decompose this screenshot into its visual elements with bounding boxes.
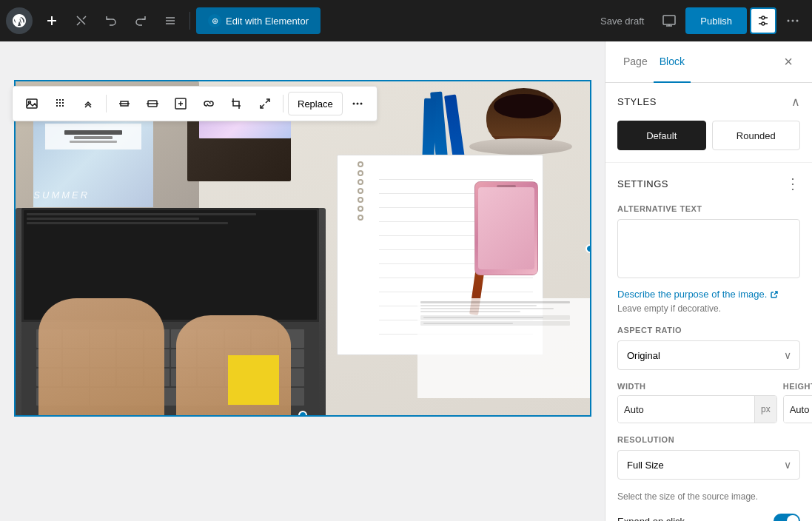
height-input-wrap: px — [783, 395, 812, 423]
svg-point-15 — [792, 20, 794, 22]
svg-point-14 — [788, 20, 790, 22]
image-toolbar: Replace — [12, 86, 378, 121]
svg-rect-22 — [56, 102, 58, 104]
style-rounded-button[interactable]: Rounded — [712, 121, 801, 150]
resolution-label: RESOLUTION — [617, 435, 800, 444]
tab-page[interactable]: Page — [617, 41, 654, 83]
expand-button[interactable] — [252, 90, 278, 117]
more-image-options-button[interactable] — [344, 90, 371, 117]
resize-handle-right[interactable] — [585, 244, 591, 253]
topbar-divider — [189, 12, 190, 30]
link-button[interactable] — [195, 90, 222, 117]
height-input[interactable] — [784, 396, 812, 423]
styles-section: Styles ∧ Default Rounded — [605, 83, 812, 163]
svg-point-13 — [762, 22, 765, 25]
alt-text-input[interactable] — [617, 219, 800, 278]
replace-button[interactable]: Replace — [288, 92, 343, 115]
tools-button[interactable] — [68, 7, 95, 34]
aspect-ratio-select[interactable]: Original Square - 1:1 Standard - 4:3 Por… — [617, 340, 800, 370]
wordpress-logo[interactable] — [6, 7, 33, 34]
height-label: HEIGHT — [783, 382, 812, 391]
svg-point-16 — [796, 20, 799, 22]
width-unit: px — [754, 396, 776, 423]
sidebar: Page Block × Styles ∧ Default Rounded Se… — [605, 41, 812, 521]
expand-row: Expand on click — [617, 514, 800, 521]
toolbar-divider-1 — [106, 95, 107, 112]
toolbar-divider-2 — [283, 95, 283, 112]
svg-point-10 — [762, 16, 765, 19]
svg-rect-27 — [62, 105, 64, 107]
width-input[interactable] — [618, 396, 754, 423]
styles-collapse-button[interactable]: ∧ — [791, 95, 800, 109]
aspect-ratio-wrapper: Original Square - 1:1 Standard - 4:3 Por… — [617, 340, 800, 370]
save-draft-button[interactable]: Save draft — [591, 7, 653, 34]
list-view-button[interactable] — [157, 7, 184, 34]
width-label: WIDTH — [617, 382, 777, 391]
style-default-button[interactable]: Default — [617, 121, 706, 150]
svg-rect-25 — [56, 105, 58, 107]
alt-text-hint: Leave empty if decorative. — [617, 303, 800, 314]
move-up-button[interactable] — [75, 90, 101, 117]
svg-rect-24 — [62, 102, 64, 104]
image-block[interactable]: SUMMER — [14, 80, 591, 417]
more-options-button[interactable] — [779, 7, 806, 34]
svg-rect-23 — [59, 102, 61, 104]
settings-section: Settings ⋮ ALTERNATIVE TEXT Describe the… — [605, 163, 812, 521]
publish-button[interactable]: Publish — [685, 7, 747, 34]
resolution-select[interactable]: Full Size Large Medium Large Medium Thum… — [617, 450, 800, 480]
post-settings-button[interactable] — [750, 7, 776, 34]
sidebar-header: Page Block × — [605, 41, 812, 83]
canvas-area: Replace — [0, 41, 605, 521]
top-bar: ⊕ Edit with Elementor Save draft Publish — [0, 0, 812, 41]
tab-block[interactable]: Block — [654, 41, 691, 83]
settings-more-button[interactable]: ⋮ — [785, 175, 800, 192]
resize-handle-bottom[interactable] — [298, 411, 307, 417]
align-button[interactable] — [111, 90, 138, 117]
main-area: Replace — [0, 41, 812, 521]
styles-row: Default Rounded — [617, 121, 800, 150]
elementor-label: Edit with Elementor — [226, 16, 309, 27]
resolution-hint: Select the size of the source image. — [617, 491, 800, 502]
svg-point-37 — [352, 103, 355, 105]
aspect-ratio-label: ASPECT RATIO — [617, 326, 800, 335]
expand-toggle[interactable] — [774, 514, 800, 521]
alt-text-label: ALTERNATIVE TEXT — [617, 204, 800, 213]
width-input-wrap: px — [617, 395, 777, 423]
expand-label: Expand on click — [617, 516, 774, 522]
settings-title: Settings — [617, 178, 668, 189]
alt-text-link-text: Describe the purpose of the image. — [617, 289, 767, 300]
svg-rect-5 — [663, 16, 675, 24]
styles-section-header: Styles ∧ — [617, 95, 800, 109]
width-button[interactable] — [139, 90, 166, 117]
preview-button[interactable] — [656, 7, 682, 34]
height-group: HEIGHT px — [783, 382, 812, 423]
image-size-button[interactable] — [167, 90, 194, 117]
resolution-wrapper: Full Size Large Medium Large Medium Thum… — [617, 450, 800, 480]
svg-rect-26 — [59, 105, 61, 107]
undo-button[interactable] — [98, 7, 124, 34]
drag-handle-button[interactable] — [47, 90, 73, 117]
alt-text-link[interactable]: Describe the purpose of the image. — [617, 289, 779, 300]
svg-rect-19 — [56, 99, 58, 101]
svg-rect-21 — [62, 99, 64, 101]
toggle-knob — [787, 515, 799, 521]
image-icon-button[interactable] — [19, 90, 45, 117]
svg-point-39 — [360, 103, 362, 105]
width-group: WIDTH px — [617, 382, 777, 423]
settings-section-header: Settings ⋮ — [617, 175, 800, 192]
edit-with-elementor-button[interactable]: ⊕ Edit with Elementor — [196, 7, 321, 34]
svg-point-38 — [356, 103, 358, 105]
styles-title: Styles — [617, 96, 657, 107]
crop-button[interactable] — [224, 90, 250, 117]
redo-button[interactable] — [127, 7, 154, 34]
sidebar-close-button[interactable]: × — [776, 50, 800, 74]
add-block-button[interactable] — [38, 7, 65, 34]
dimension-row: WIDTH px HEIGHT px — [617, 382, 800, 423]
elementor-icon: ⊕ — [208, 14, 221, 27]
svg-rect-20 — [59, 99, 61, 101]
